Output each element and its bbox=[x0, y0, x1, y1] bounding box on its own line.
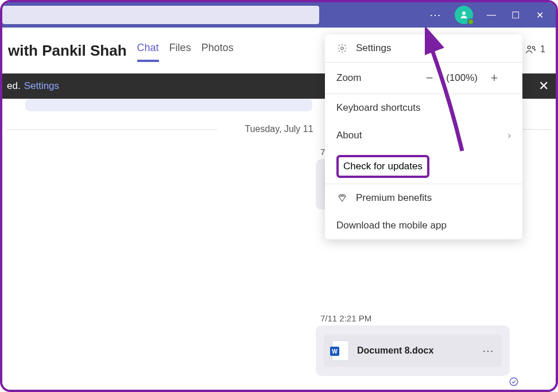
more-options-menu: Settings Zoom − (100%) + Keyboard shortc… bbox=[325, 34, 522, 239]
notice-settings-link[interactable]: Settings bbox=[24, 80, 59, 92]
menu-label: Settings bbox=[356, 42, 391, 54]
menu-about[interactable]: About › bbox=[325, 122, 522, 149]
participants-count: 1 bbox=[540, 44, 545, 55]
person-icon bbox=[459, 10, 469, 20]
tab-chat[interactable]: Chat bbox=[137, 42, 159, 62]
menu-download-app[interactable]: Download the mobile app bbox=[325, 212, 522, 239]
search-input[interactable] bbox=[2, 6, 319, 24]
presence-badge bbox=[467, 18, 474, 25]
maximize-button[interactable]: ☐ bbox=[510, 10, 521, 21]
menu-settings[interactable]: Settings bbox=[325, 34, 522, 62]
page-title: with Pankil Shah bbox=[8, 42, 127, 60]
word-file-icon: W bbox=[332, 340, 349, 361]
menu-label: Premium benefits bbox=[356, 192, 432, 204]
svg-point-0 bbox=[528, 46, 530, 49]
menu-label: Download the mobile app bbox=[336, 220, 447, 231]
more-options-button[interactable]: ⋯ bbox=[428, 9, 442, 21]
avatar[interactable] bbox=[455, 6, 473, 24]
file-attachment: W Document 8.docx ⋯ bbox=[316, 325, 510, 376]
tab-photos[interactable]: Photos bbox=[202, 42, 234, 62]
diamond-icon bbox=[336, 193, 348, 203]
zoom-label: Zoom bbox=[336, 72, 361, 84]
gear-icon bbox=[336, 43, 348, 53]
zoom-value: (100%) bbox=[446, 72, 478, 84]
minimize-button[interactable]: — bbox=[486, 10, 497, 20]
sent-check-icon bbox=[509, 377, 519, 389]
file-tile[interactable]: W Document 8.docx ⋯ bbox=[324, 335, 502, 367]
notice-text: ed. bbox=[7, 80, 21, 92]
menu-keyboard-shortcuts[interactable]: Keyboard shortcuts bbox=[325, 94, 522, 122]
svg-point-3 bbox=[341, 47, 344, 50]
file-name: Document 8.docx bbox=[357, 346, 474, 356]
menu-premium-benefits[interactable]: Premium benefits bbox=[325, 184, 522, 212]
menu-zoom: Zoom − (100%) + bbox=[325, 63, 522, 94]
svg-point-2 bbox=[510, 378, 518, 386]
menu-label: Keyboard shortcuts bbox=[336, 102, 420, 114]
chevron-right-icon: › bbox=[507, 130, 511, 141]
notice-close-button[interactable]: ✕ bbox=[538, 79, 549, 94]
participants-button[interactable]: 1 bbox=[525, 44, 545, 55]
zoom-out-button[interactable]: − bbox=[424, 71, 435, 86]
window-titlebar: ⋯ — ☐ ✕ bbox=[2, 2, 556, 28]
tab-files[interactable]: Files bbox=[169, 42, 191, 62]
svg-point-1 bbox=[532, 46, 534, 49]
people-add-icon bbox=[525, 44, 537, 55]
message-timestamp: 7/11 2:21 PM bbox=[316, 311, 510, 325]
menu-label: About bbox=[336, 130, 362, 141]
zoom-in-button[interactable]: + bbox=[489, 71, 499, 86]
file-more-button[interactable]: ⋯ bbox=[482, 344, 494, 358]
close-window-button[interactable]: ✕ bbox=[534, 10, 545, 21]
message-bubble: 7/11 2:21 PM W Document 8.docx ⋯ bbox=[316, 311, 510, 376]
menu-check-updates[interactable]: Check for updates bbox=[336, 155, 429, 178]
old-message bbox=[25, 99, 312, 111]
